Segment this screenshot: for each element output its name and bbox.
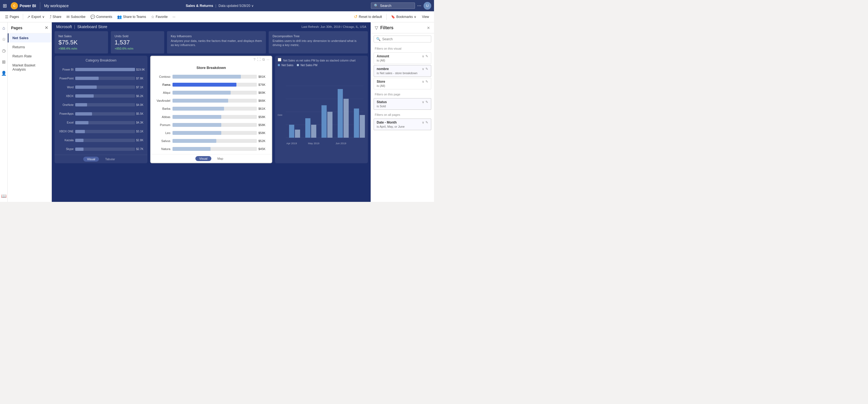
cat-label: Word xyxy=(57,86,75,89)
filter-item-header: Store ∨ ✎ xyxy=(377,80,428,84)
store-label: Barba xyxy=(155,107,173,110)
breadcrumb-store: Skateboard Store xyxy=(77,25,107,29)
help-icon[interactable]: ? xyxy=(253,57,255,62)
kpi-key-influencers: Key Influencers Analyzes your data, rank… xyxy=(167,31,266,54)
filters-panel: ▽ Filters ✕ 🔍 Filters on this visual Amo… xyxy=(371,22,434,202)
view-button[interactable]: View xyxy=(420,14,431,20)
filter-chevron-icon[interactable]: ∨ xyxy=(422,100,424,104)
bookmarks-chevron-icon: ∨ xyxy=(414,15,416,19)
page-item-net-sales[interactable]: Net Sales xyxy=(8,33,52,42)
data-updated: Data updated 5/28/20 ∨ xyxy=(218,4,254,8)
store-value: $81K xyxy=(257,75,268,78)
waffle-icon[interactable]: ⊞ xyxy=(3,3,7,9)
kpi-units-sold-value: 1,537 xyxy=(115,39,160,46)
bookmarks-button[interactable]: 🔖 Bookmarks ∨ xyxy=(389,14,418,20)
toolbar: ☰ Pages ↗ Export ∨ ⤴ Share ✉ Subscribe 💬… xyxy=(0,11,434,22)
filter-item-status[interactable]: Status ∨ ✎ is Sold xyxy=(374,98,431,110)
report-info: Sales & Returns | Data updated 5/28/20 ∨ xyxy=(71,4,369,8)
logo-area: C Power BI xyxy=(11,2,40,9)
store-value: $52K xyxy=(257,139,268,143)
more-toolbar-button[interactable]: ··· xyxy=(170,14,178,20)
filter-actions: ∨ ✎ xyxy=(422,80,428,84)
chevron-down-icon[interactable]: ∨ xyxy=(251,4,254,8)
share-teams-button[interactable]: 👥 Share to Teams xyxy=(115,13,148,20)
filter-item-date---month[interactable]: Date - Month ∨ ✎ is April, May, or June xyxy=(374,119,431,130)
share-button[interactable]: ⤴ Share xyxy=(48,13,64,20)
user-avatar[interactable]: U xyxy=(424,2,431,10)
filter-section-label: Filters on this page xyxy=(371,90,434,97)
filter-chevron-icon[interactable]: ∨ xyxy=(422,80,424,84)
filter-item-header: Date - Month ∨ ✎ xyxy=(377,120,428,124)
cat-label: PowerPoint xyxy=(57,77,75,80)
comments-button[interactable]: 💬 Comments xyxy=(88,13,114,20)
page-item-market-basket-analysis[interactable]: Market Basket Analysis xyxy=(8,61,52,74)
filter-item-nombre[interactable]: nombre ∨ ✎ is Net sales - store breakdow… xyxy=(374,65,431,77)
filter-search-box[interactable]: 🔍 xyxy=(374,35,431,42)
store-bar xyxy=(173,83,237,87)
cat-bar-row: Kaizala $2.8K xyxy=(57,139,145,142)
net-sales-pm-title: Net Sales vs net sales PM by date as sta… xyxy=(275,56,368,63)
store-bar xyxy=(173,99,228,103)
cat-bar-wrap xyxy=(75,121,135,124)
cat-bar-row: PowerPoint $7.8K xyxy=(57,77,145,80)
store-visual-tab[interactable]: Visual xyxy=(195,156,211,161)
cat-bar-row: Excel $4.3K xyxy=(57,121,145,124)
store-map-tab[interactable]: Map xyxy=(214,156,227,161)
export-button[interactable]: ↗ Export ∨ xyxy=(25,13,47,20)
filter-edit-icon[interactable]: ✎ xyxy=(426,80,428,84)
kpi-net-sales-label: Net Sales xyxy=(58,34,104,38)
pages-close-icon[interactable]: ✕ xyxy=(44,25,48,30)
search-icon: 🔍 xyxy=(374,4,378,8)
store-value: $69K xyxy=(257,91,268,94)
filter-actions: ∨ ✎ xyxy=(422,54,428,58)
category-tabular-tab[interactable]: Tabular xyxy=(101,156,119,162)
bar-pm-feb xyxy=(295,129,300,138)
sidebar-star-icon[interactable]: ☆ xyxy=(1,35,7,43)
net-sales-legend-dot xyxy=(278,64,280,66)
filter-section-label: Filters on this visual xyxy=(371,45,434,51)
filter-search-input[interactable] xyxy=(382,37,429,41)
page-item-returns[interactable]: Returns xyxy=(8,42,52,52)
filter-edit-icon[interactable]: ✎ xyxy=(426,67,428,71)
store-bar xyxy=(173,75,241,79)
filter-edit-icon[interactable]: ✎ xyxy=(426,120,428,124)
svg-text:Apr 2019: Apr 2019 xyxy=(286,142,297,145)
workspace-label[interactable]: My workspace xyxy=(44,4,69,8)
sidebar-clock-icon[interactable]: ◷ xyxy=(1,47,7,54)
more-visual-icon[interactable]: ··· xyxy=(267,57,270,62)
sidebar-home-icon[interactable]: ⌂ xyxy=(1,25,6,32)
filter-chevron-icon[interactable]: ∨ xyxy=(422,120,424,124)
sidebar-apps-icon[interactable]: ⊞ xyxy=(1,58,7,66)
category-visual-tab[interactable]: Visual xyxy=(83,156,99,162)
kpi-net-sales-value: $75.5K xyxy=(58,39,104,46)
category-chart-body: Power BI $19.9K PowerPoint $7.8K Word $7… xyxy=(55,64,148,155)
reset-button[interactable]: ↺ Reset to default xyxy=(351,13,384,21)
cat-bar-row: XBOX $6.2K xyxy=(57,94,145,97)
filter-edit-icon[interactable]: ✎ xyxy=(426,54,428,58)
subscribe-button[interactable]: ✉ Subscribe xyxy=(64,13,88,20)
focus-icon[interactable]: ⛶ xyxy=(257,57,261,62)
chart-checkbox[interactable] xyxy=(278,58,281,61)
copy-icon[interactable]: ⧉ xyxy=(262,57,265,62)
store-label: VanArsdel xyxy=(155,99,173,102)
sidebar-book-icon[interactable]: 📖 xyxy=(0,192,8,200)
bar-net-sales-mar xyxy=(305,118,311,138)
more-options-icon[interactable]: ··· xyxy=(417,3,421,8)
search-box[interactable]: 🔍 Search xyxy=(371,2,415,9)
breadcrumb-microsoft: Microsoft xyxy=(56,25,72,29)
cat-bar-wrap xyxy=(75,86,135,89)
filter-chevron-icon[interactable]: ∨ xyxy=(422,67,424,71)
pages-button[interactable]: ☰ Pages xyxy=(3,13,21,20)
filter-item-store[interactable]: Store ∨ ✎ is (All) xyxy=(374,78,431,89)
filter-edit-icon[interactable]: ✎ xyxy=(426,100,428,104)
favorite-button[interactable]: ☆ Favorite xyxy=(149,13,170,20)
filter-chevron-icon[interactable]: ∨ xyxy=(422,54,424,58)
legend-net-sales: Net Sales xyxy=(278,64,293,67)
page-item-return-rate[interactable]: Return Rate xyxy=(8,52,52,61)
filters-close-icon[interactable]: ✕ xyxy=(427,26,430,30)
net-sales-pm-legend-dot xyxy=(297,64,299,66)
contoso-logo: C xyxy=(11,2,18,9)
sidebar-people-icon[interactable]: 👤 xyxy=(0,69,8,77)
filter-item-value: is (All) xyxy=(377,59,428,62)
filter-item-amount[interactable]: Amount ∨ ✎ is (All) xyxy=(374,52,431,64)
